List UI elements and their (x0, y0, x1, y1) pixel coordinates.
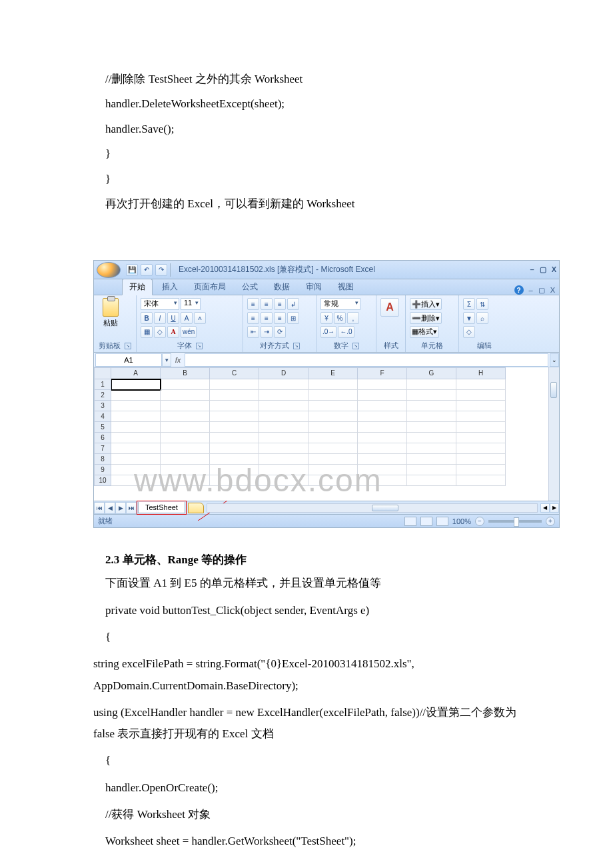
name-box[interactable]: A1 (95, 353, 162, 367)
row-header[interactable]: 10 (94, 475, 111, 486)
sheet-nav-prev[interactable]: ◀ (105, 502, 115, 514)
name-box-dropdown[interactable]: ▾ (162, 353, 171, 367)
cell[interactable] (210, 454, 259, 465)
tab-formulas[interactable]: 公式 (235, 279, 265, 295)
vertical-scrollbar[interactable] (548, 367, 559, 501)
cell[interactable] (358, 443, 407, 454)
cell[interactable] (456, 401, 506, 411)
cell[interactable] (259, 433, 308, 443)
row-header[interactable]: 6 (94, 433, 111, 443)
currency-button[interactable]: ¥ (320, 312, 332, 324)
column-header[interactable]: A (111, 367, 161, 379)
align-right-button[interactable]: ≡ (274, 312, 286, 324)
cell[interactable] (308, 379, 358, 390)
cell[interactable] (407, 433, 456, 443)
horizontal-scrollbar[interactable] (207, 503, 538, 513)
cell[interactable] (210, 401, 259, 411)
cell[interactable] (111, 475, 161, 486)
cell[interactable] (308, 454, 358, 465)
cell[interactable] (111, 443, 161, 454)
cell[interactable] (308, 390, 358, 401)
row-header[interactable]: 4 (94, 411, 111, 422)
cell[interactable] (308, 411, 358, 422)
cell[interactable] (210, 390, 259, 401)
align-bottom-button[interactable]: ≡ (274, 298, 286, 310)
cell[interactable] (210, 433, 259, 443)
column-header[interactable]: B (161, 367, 210, 379)
sheet-tab[interactable]: TestSheet (138, 502, 185, 513)
zoom-out-button[interactable]: − (475, 517, 484, 526)
cell[interactable] (407, 422, 456, 433)
cell[interactable] (456, 390, 506, 401)
bold-button[interactable]: B (141, 312, 153, 324)
cell[interactable] (308, 465, 358, 475)
cell[interactable] (456, 433, 506, 443)
font-size-combo[interactable]: 11 (181, 298, 201, 310)
cell[interactable] (308, 401, 358, 411)
cell[interactable] (358, 390, 407, 401)
redo-icon[interactable]: ↷ (155, 264, 167, 276)
doc-restore-button[interactable]: ▢ (538, 286, 545, 295)
cell[interactable] (358, 475, 407, 486)
align-left-button[interactable]: ≡ (247, 312, 259, 324)
cell[interactable] (161, 390, 210, 401)
cell[interactable] (407, 401, 456, 411)
cell[interactable] (111, 411, 161, 422)
indent-left-button[interactable]: ⇤ (247, 326, 259, 338)
row-header[interactable]: 5 (94, 422, 111, 433)
tab-review[interactable]: 审阅 (299, 279, 328, 295)
clear-button[interactable]: ◇ (463, 326, 475, 338)
fill-button[interactable]: ▼ (463, 312, 475, 324)
cell[interactable] (358, 454, 407, 465)
column-header[interactable]: H (456, 367, 506, 379)
dialog-launcher-icon[interactable]: ↘ (196, 343, 203, 349)
cell[interactable] (407, 443, 456, 454)
cell[interactable] (161, 379, 210, 390)
paste-icon[interactable] (103, 298, 119, 317)
autosum-button[interactable]: Σ (463, 298, 475, 310)
cell[interactable] (259, 422, 308, 433)
cell[interactable] (308, 475, 358, 486)
grow-font-button[interactable]: A (181, 312, 193, 324)
cell[interactable] (210, 422, 259, 433)
cell[interactable] (456, 475, 506, 486)
indent-right-button[interactable]: ⇥ (261, 326, 273, 338)
tab-data[interactable]: 数据 (267, 279, 297, 295)
wrap-text-button[interactable]: ↲ (287, 298, 299, 310)
row-header[interactable]: 8 (94, 454, 111, 465)
undo-icon[interactable]: ↶ (141, 264, 153, 276)
cell[interactable] (407, 411, 456, 422)
cell[interactable] (111, 454, 161, 465)
delete-cells-button[interactable]: ➖ 删除 ▾ (410, 312, 442, 324)
cell[interactable] (456, 379, 506, 390)
cell[interactable] (111, 379, 161, 390)
minimize-button[interactable]: – (530, 265, 534, 274)
restore-button[interactable]: ▢ (540, 265, 546, 274)
styles-button[interactable]: A (380, 298, 399, 317)
cell[interactable] (210, 379, 259, 390)
cell[interactable] (456, 465, 506, 475)
cell[interactable] (407, 390, 456, 401)
cell[interactable] (111, 465, 161, 475)
doc-minimize-button[interactable]: – (529, 286, 533, 294)
view-pagebreak-button[interactable] (436, 517, 448, 526)
scroll-thumb[interactable] (550, 382, 557, 398)
cell[interactable] (358, 465, 407, 475)
cell[interactable] (407, 379, 456, 390)
select-all-corner[interactable] (94, 367, 111, 379)
tab-layout[interactable]: 页面布局 (187, 279, 233, 295)
cell[interactable] (259, 390, 308, 401)
cell[interactable] (308, 422, 358, 433)
cell[interactable] (456, 454, 506, 465)
tab-view[interactable]: 视图 (331, 279, 360, 295)
cell[interactable] (308, 433, 358, 443)
align-middle-button[interactable]: ≡ (261, 298, 273, 310)
cell[interactable] (456, 422, 506, 433)
percent-button[interactable]: % (334, 312, 346, 324)
dialog-launcher-icon[interactable]: ↘ (352, 343, 359, 349)
fill-color-button[interactable]: ◇ (154, 326, 166, 338)
border-button[interactable]: ▦ (141, 326, 153, 338)
cell[interactable] (210, 443, 259, 454)
cell[interactable] (259, 401, 308, 411)
cell[interactable] (210, 465, 259, 475)
